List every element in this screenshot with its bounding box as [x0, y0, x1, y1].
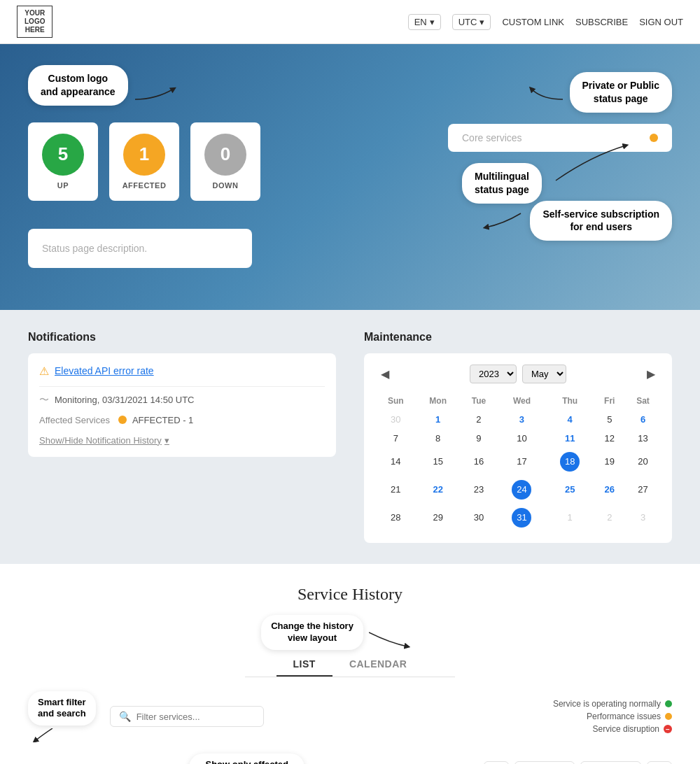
calendar-day[interactable]: 8: [416, 429, 460, 448]
monitoring-icon: 〜: [39, 394, 49, 406]
prev-month-button[interactable]: ◀: [375, 365, 395, 383]
calendar-day[interactable]: 19: [594, 448, 625, 476]
calendar-day[interactable]: 30: [375, 410, 416, 429]
legend-normal: Service is operating normally: [553, 699, 672, 709]
calendar-grid: Sun Mon Tue Wed Thu Fri Sat 301234567891…: [375, 392, 661, 532]
custom-logo-callout: Custom logo and appearance: [28, 65, 128, 106]
middle-section: Notifications ⚠ Elevated API error rate …: [0, 310, 700, 564]
tab-calendar[interactable]: CALENDAR: [332, 653, 424, 677]
next-month-button[interactable]: ▶: [641, 365, 661, 383]
tab-list[interactable]: LIST: [276, 653, 332, 677]
stat-up: 5 UP: [28, 122, 98, 201]
calendar-day[interactable]: 7: [375, 429, 416, 448]
calendar-day[interactable]: 30: [460, 504, 498, 532]
calendar-day[interactable]: 21: [375, 476, 416, 504]
calendar-day[interactable]: 18: [546, 448, 594, 476]
maintenance-panel: Maintenance ◀ 2023 May ▶ Sun: [364, 331, 672, 543]
calendar-day[interactable]: 16: [460, 448, 498, 476]
self-service-callout: Self-service subscriptionfor end users: [530, 201, 672, 241]
monitoring-info: 〜 Monitoring, 03/31/2021 14:50 UTC: [39, 394, 325, 406]
calendar-day[interactable]: 11: [546, 429, 594, 448]
calendar-day[interactable]: 3: [625, 504, 661, 532]
notifications-panel: Notifications ⚠ Elevated API error rate …: [28, 331, 336, 543]
header-nav: EN ▾ UTC ▾ CUSTOM LINK SUBSCRIBE SIGN OU…: [408, 14, 683, 30]
timezone-selector[interactable]: UTC ▾: [452, 14, 491, 30]
filter-input[interactable]: [136, 712, 255, 722]
red-dot: −: [664, 725, 672, 733]
smart-filter-callout: Smart filterand search: [28, 691, 96, 726]
calendar-selects: 2023 May: [470, 365, 566, 383]
notification-card: ⚠ Elevated API error rate 〜 Monitoring, …: [28, 353, 336, 457]
calendar-day[interactable]: 22: [416, 476, 460, 504]
arrow-icon: [482, 210, 524, 231]
next-arrow-button[interactable]: ▶: [647, 761, 672, 764]
core-services-header: Core services Show only affectedservices…: [28, 754, 672, 764]
calendar-day[interactable]: 9: [460, 429, 498, 448]
calendar-card: ◀ 2023 May ▶ Sun Mon Tue: [364, 353, 672, 543]
calendar-day[interactable]: 10: [498, 429, 546, 448]
logo: YOUR LOGO HERE: [17, 6, 52, 38]
month-select[interactable]: May: [522, 365, 566, 383]
stats-container: 5 UP 1 AFFECTED 0 DOWN: [28, 122, 260, 201]
stat-down: 0 DOWN: [190, 122, 260, 201]
custom-link[interactable]: CUSTOM LINK: [502, 17, 564, 27]
hero-section: Custom logo and appearance 5 UP 1 AFFECT…: [0, 44, 700, 310]
calendar-day[interactable]: 15: [416, 448, 460, 476]
yellow-dot: [665, 713, 672, 720]
status-description: Status page description.: [28, 229, 252, 268]
legend-disruption: Service disruption −: [553, 724, 672, 734]
calendar-day[interactable]: 14: [375, 448, 416, 476]
show-hide-history[interactable]: Show/Hide Notification History ▾: [39, 435, 325, 446]
chevron-down-icon: ▾: [430, 17, 435, 27]
alert-link[interactable]: Elevated API error rate: [55, 365, 154, 376]
sign-out-link[interactable]: SIGN OUT: [639, 17, 683, 27]
arrow-icon: [28, 728, 63, 742]
history-controls: Smart filterand search 🔍 Service is oper…: [28, 691, 672, 743]
calendar-day[interactable]: 26: [594, 476, 625, 504]
affected-services: Affected Services AFFECTED - 1: [39, 415, 325, 425]
private-public-callout: Private or Publicstatus page: [570, 72, 672, 113]
calendar-day[interactable]: 4: [546, 410, 594, 429]
service-history-section: Service History Change the historyview l…: [0, 564, 700, 764]
calendar-day[interactable]: 13: [625, 429, 661, 448]
language-selector[interactable]: EN ▾: [408, 14, 441, 30]
calendar-day[interactable]: 3: [498, 410, 546, 429]
filter-search-box[interactable]: 🔍: [110, 706, 264, 727]
calendar-day[interactable]: 1: [546, 504, 594, 532]
show-affected-callout: Show only affectedservices in the histor…: [189, 754, 304, 764]
calendar-day[interactable]: 6: [625, 410, 661, 429]
calendar-day[interactable]: 23: [460, 476, 498, 504]
calendar-day[interactable]: 29: [416, 504, 460, 532]
arrow-icon: [528, 82, 563, 103]
calendar-day[interactable]: 2: [460, 410, 498, 429]
status-indicator: [650, 134, 658, 142]
multilingual-callout: Multilingualstatus page: [462, 163, 542, 204]
calendar-day[interactable]: 5: [594, 410, 625, 429]
calendar-day[interactable]: 28: [375, 504, 416, 532]
subscribe-link[interactable]: SUBSCRIBE: [575, 17, 628, 27]
calendar-day[interactable]: 20: [625, 448, 661, 476]
warning-icon: ⚠: [39, 365, 49, 378]
legend-performance: Performance issues: [553, 712, 672, 721]
calendar-header: ◀ 2023 May ▶: [375, 365, 661, 383]
week-navigation: ◀ Next week Prev week ▶: [484, 761, 672, 764]
prev-week-button[interactable]: Prev week: [580, 761, 641, 764]
arrow-icon: [549, 142, 633, 184]
calendar-day[interactable]: 31: [498, 504, 546, 532]
calendar-day[interactable]: 25: [546, 476, 594, 504]
next-week-button[interactable]: Next week: [514, 761, 575, 764]
calendar-day[interactable]: 27: [625, 476, 661, 504]
status-legend: Service is operating normally Performanc…: [553, 699, 672, 734]
arrow-icon: [135, 82, 177, 103]
calendar-day[interactable]: 24: [498, 476, 546, 504]
calendar-day[interactable]: 2: [594, 504, 625, 532]
chevron-down-icon: ▾: [164, 435, 169, 446]
prev-arrow-button[interactable]: ◀: [484, 761, 509, 764]
green-dot: [665, 700, 672, 707]
stat-affected: 1 AFFECTED: [109, 122, 179, 201]
calendar-day[interactable]: 1: [416, 410, 460, 429]
affected-dot: [118, 416, 127, 424]
calendar-day[interactable]: 12: [594, 429, 625, 448]
calendar-day[interactable]: 17: [498, 448, 546, 476]
year-select[interactable]: 2023: [470, 365, 517, 383]
